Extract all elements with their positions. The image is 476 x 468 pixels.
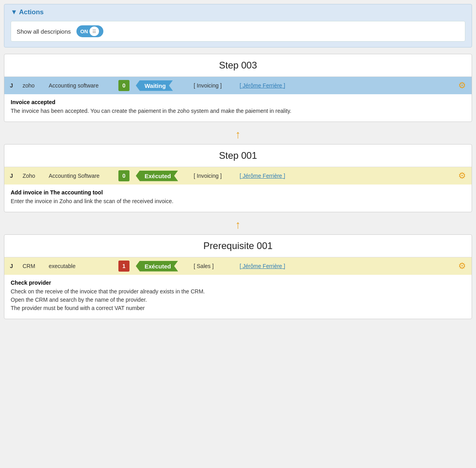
step-001-j: J <box>10 173 16 179</box>
toggle-on-label: ON <box>80 29 88 34</box>
step-003-block: Step 003 J zoho Accounting software 0 Wa… <box>4 54 472 122</box>
step-001-desc-text: Enter the invoice in Zoho and link the s… <box>11 197 465 205</box>
step-003-title: Step 003 <box>4 54 472 77</box>
prereq-001-title: Prerequisite 001 <box>4 235 472 257</box>
step-003-status-label[interactable]: Waiting <box>136 80 173 91</box>
prereq-001-desc-line-1: Check on the receive of the invoice that… <box>11 287 465 296</box>
prereq-001-status-badge: Exécuted <box>136 261 187 272</box>
actions-section: Actions Show all descripions ON ☰ <box>4 4 472 48</box>
prereq-001-desc-line-3: The provider must be found with a correc… <box>11 304 465 312</box>
prereq-001-desc-text: Check on the receive of the invoice that… <box>11 287 465 312</box>
step-003-category: [ Invoicing ] <box>194 82 233 89</box>
prereq-001-row: J CRM executable 1 Exécuted [ Sales ] [ … <box>4 257 472 275</box>
step-003-desc-text: The invoice has been accepted. You can c… <box>11 107 465 115</box>
step-003-description: Invoice accepted The invoice has been ac… <box>4 94 472 122</box>
actions-header: Actions <box>11 8 465 16</box>
prereq-001-person[interactable]: [ Jérôme Ferrière ] <box>240 263 303 269</box>
step-001-gear-icon[interactable]: ⚙ <box>458 171 466 181</box>
step-001-name: Accounting Software <box>49 173 112 179</box>
step-003-person[interactable]: [ Jérôme Ferrière ] <box>240 82 303 89</box>
step-001-status-label[interactable]: Exécuted <box>136 171 178 181</box>
step-001-title: Step 001 <box>4 145 472 167</box>
prereq-001-gear-icon[interactable]: ⚙ <box>458 261 466 271</box>
arrow-up-2: ↑ <box>4 215 472 234</box>
prereq-001-block: Prerequisite 001 J CRM executable 1 Exéc… <box>4 234 472 319</box>
step-001-block: Step 001 J Zoho Accounting Software 0 Ex… <box>4 144 472 212</box>
step-001-desc-title: Add invoice in The accounting tool <box>11 189 465 196</box>
prereq-001-desc-line-2: Open the CRM and search by the name of t… <box>11 296 465 304</box>
step-003-row: J zoho Accounting software 0 Waiting [ I… <box>4 77 472 94</box>
step-001-status-badge: Exécuted <box>136 171 187 181</box>
prereq-001-desc-title: Check provider <box>11 280 465 286</box>
step-001-category: [ Invoicing ] <box>194 173 233 179</box>
step-003-name: Accounting software <box>49 82 112 89</box>
prereq-001-description: Check provider Check on the receive of t… <box>4 275 472 319</box>
show-descriptions-row: Show all descripions ON ☰ <box>11 21 465 42</box>
step-003-desc-title: Invoice accepted <box>11 99 465 105</box>
step-003-status-badge: Waiting <box>136 80 187 91</box>
step-001-badge: 0 <box>118 170 129 181</box>
arrow-up-1: ↑ <box>4 125 472 144</box>
step-001-system: Zoho <box>23 173 42 179</box>
toggle-knob: ☰ <box>89 27 99 36</box>
toggle-switch[interactable]: ON ☰ <box>76 25 103 37</box>
toggle-icon: ☰ <box>92 29 96 34</box>
prereq-001-name: executable <box>49 263 112 269</box>
step-003-j: J <box>10 82 16 89</box>
show-descriptions-label: Show all descripions <box>17 28 71 35</box>
step-003-system: zoho <box>23 82 42 89</box>
step-001-person[interactable]: [ Jérôme Ferrière ] <box>240 173 303 179</box>
step-001-description: Add invoice in The accounting tool Enter… <box>4 185 472 212</box>
prereq-001-badge: 1 <box>118 261 129 272</box>
prereq-001-category: [ Sales ] <box>194 263 233 269</box>
step-003-gear-icon[interactable]: ⚙ <box>458 80 466 91</box>
step-001-row: J Zoho Accounting Software 0 Exécuted [ … <box>4 167 472 185</box>
step-003-badge: 0 <box>118 80 129 91</box>
prereq-001-system: CRM <box>23 263 42 269</box>
prereq-001-status-label[interactable]: Exécuted <box>136 261 178 272</box>
prereq-001-j: J <box>10 263 16 269</box>
